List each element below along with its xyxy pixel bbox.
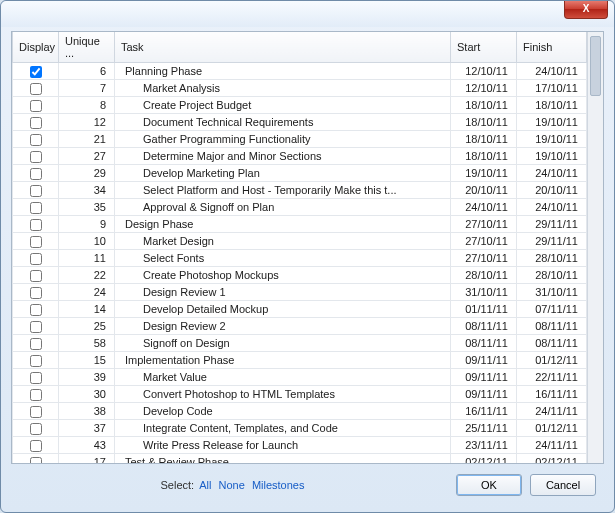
unique-id-cell: 39 [59, 369, 115, 386]
grid-wrapper: Display Unique ... Task Start Finish 6Pl… [11, 31, 604, 464]
table-row[interactable]: 39Market Value09/11/1122/11/11 [13, 369, 587, 386]
display-checkbox[interactable] [30, 134, 42, 146]
display-checkbox[interactable] [30, 219, 42, 231]
table-row[interactable]: 27Determine Major and Minor Sections18/1… [13, 148, 587, 165]
unique-id-cell: 27 [59, 148, 115, 165]
display-checkbox[interactable] [30, 321, 42, 333]
display-checkbox[interactable] [30, 389, 42, 401]
start-cell: 27/10/11 [451, 233, 517, 250]
unique-id-cell: 25 [59, 318, 115, 335]
display-checkbox[interactable] [30, 253, 42, 265]
display-checkbox[interactable] [30, 423, 42, 435]
finish-cell: 24/11/11 [517, 437, 587, 454]
select-all-link[interactable]: All [199, 479, 211, 491]
display-cell [13, 165, 59, 182]
finish-cell: 24/10/11 [517, 199, 587, 216]
display-checkbox[interactable] [30, 270, 42, 282]
display-checkbox[interactable] [30, 372, 42, 384]
close-button[interactable]: X [564, 1, 608, 19]
table-row[interactable]: 30Convert Photoshop to HTML Templates09/… [13, 386, 587, 403]
start-cell: 18/10/11 [451, 148, 517, 165]
table-row[interactable]: 29Develop Marketing Plan19/10/1124/10/11 [13, 165, 587, 182]
display-cell [13, 131, 59, 148]
table-row[interactable]: 25Design Review 208/11/1108/11/11 [13, 318, 587, 335]
display-cell [13, 386, 59, 403]
display-checkbox[interactable] [30, 83, 42, 95]
display-cell [13, 199, 59, 216]
task-cell: Planning Phase [115, 63, 451, 80]
ok-button[interactable]: OK [456, 474, 522, 496]
table-row[interactable]: 11Select Fonts27/10/1128/10/11 [13, 250, 587, 267]
display-checkbox[interactable] [30, 440, 42, 452]
display-checkbox[interactable] [30, 117, 42, 129]
vertical-scrollbar[interactable] [587, 32, 603, 463]
table-row[interactable]: 43Write Press Release for Launch23/11/11… [13, 437, 587, 454]
task-cell: Integrate Content, Templates, and Code [115, 420, 451, 437]
table-row[interactable]: 21Gather Programming Functionality18/10/… [13, 131, 587, 148]
display-checkbox[interactable] [30, 202, 42, 214]
table-row[interactable]: 14Develop Detailed Mockup01/11/1107/11/1… [13, 301, 587, 318]
display-checkbox[interactable] [30, 100, 42, 112]
unique-id-cell: 10 [59, 233, 115, 250]
task-cell: Market Design [115, 233, 451, 250]
display-checkbox[interactable] [30, 168, 42, 180]
display-checkbox[interactable] [30, 151, 42, 163]
header-unique[interactable]: Unique ... [59, 32, 115, 63]
select-milestones-link[interactable]: Milestones [252, 479, 305, 491]
task-cell: Design Phase [115, 216, 451, 233]
display-checkbox[interactable] [30, 304, 42, 316]
table-row[interactable]: 17Test & Review Phase02/12/1102/12/11 [13, 454, 587, 464]
task-cell: Develop Detailed Mockup [115, 301, 451, 318]
display-checkbox[interactable] [30, 185, 42, 197]
table-row[interactable]: 58Signoff on Design08/11/1108/11/11 [13, 335, 587, 352]
display-cell [13, 284, 59, 301]
header-display[interactable]: Display [13, 32, 59, 63]
table-row[interactable]: 38Develop Code16/11/1124/11/11 [13, 403, 587, 420]
task-cell: Document Technical Requirements [115, 114, 451, 131]
table-row[interactable]: 24Design Review 131/10/1131/10/11 [13, 284, 587, 301]
table-row[interactable]: 9Design Phase27/10/1129/11/11 [13, 216, 587, 233]
start-cell: 31/10/11 [451, 284, 517, 301]
table-row[interactable]: 35Approval & Signoff on Plan24/10/1124/1… [13, 199, 587, 216]
start-cell: 09/11/11 [451, 386, 517, 403]
table-row[interactable]: 37Integrate Content, Templates, and Code… [13, 420, 587, 437]
footer: Select: All None Milestones OK Cancel [11, 464, 604, 506]
display-cell [13, 318, 59, 335]
select-none-link[interactable]: None [219, 479, 245, 491]
header-finish[interactable]: Finish [517, 32, 587, 63]
scrollbar-thumb[interactable] [590, 36, 601, 96]
finish-cell: 29/11/11 [517, 216, 587, 233]
table-row[interactable]: 12Document Technical Requirements18/10/1… [13, 114, 587, 131]
header-task[interactable]: Task [115, 32, 451, 63]
table-row[interactable]: 8Create Project Budget18/10/1118/10/11 [13, 97, 587, 114]
unique-id-cell: 58 [59, 335, 115, 352]
display-checkbox[interactable] [30, 406, 42, 418]
finish-cell: 24/10/11 [517, 63, 587, 80]
display-checkbox[interactable] [30, 66, 42, 78]
unique-id-cell: 17 [59, 454, 115, 464]
finish-cell: 19/10/11 [517, 131, 587, 148]
display-checkbox[interactable] [30, 236, 42, 248]
unique-id-cell: 11 [59, 250, 115, 267]
cancel-button[interactable]: Cancel [530, 474, 596, 496]
start-cell: 16/11/11 [451, 403, 517, 420]
display-checkbox[interactable] [30, 338, 42, 350]
display-cell [13, 148, 59, 165]
display-checkbox[interactable] [30, 287, 42, 299]
table-row[interactable]: 7Market Analysis12/10/1117/10/11 [13, 80, 587, 97]
unique-id-cell: 22 [59, 267, 115, 284]
table-row[interactable]: 10Market Design27/10/1129/11/11 [13, 233, 587, 250]
table-row[interactable]: 22Create Photoshop Mockups28/10/1128/10/… [13, 267, 587, 284]
table-row[interactable]: 6Planning Phase12/10/1124/10/11 [13, 63, 587, 80]
display-checkbox[interactable] [30, 355, 42, 367]
table-row[interactable]: 34Select Platform and Host - Temporarily… [13, 182, 587, 199]
table-row[interactable]: 15Implementation Phase09/11/1101/12/11 [13, 352, 587, 369]
finish-cell: 29/11/11 [517, 233, 587, 250]
start-cell: 08/11/11 [451, 335, 517, 352]
display-cell [13, 301, 59, 318]
finish-cell: 01/12/11 [517, 420, 587, 437]
start-cell: 20/10/11 [451, 182, 517, 199]
header-start[interactable]: Start [451, 32, 517, 63]
task-cell: Market Value [115, 369, 451, 386]
display-checkbox[interactable] [30, 457, 42, 463]
